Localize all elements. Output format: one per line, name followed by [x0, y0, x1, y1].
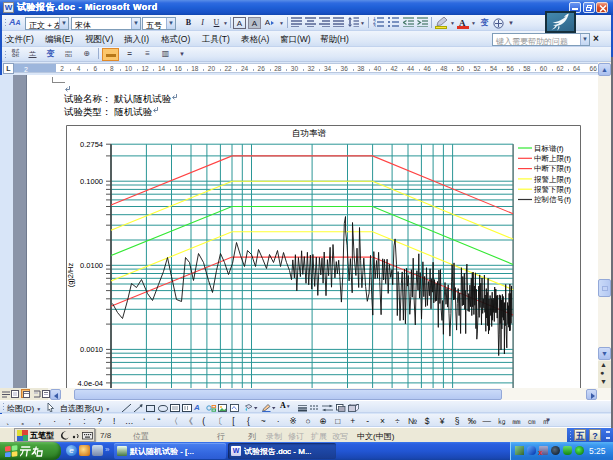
svg-text:自功率谱: 自功率谱 — [292, 128, 327, 138]
svg-text:中断上限(f): 中断上限(f) — [534, 154, 572, 163]
svg-text:(g)2/Hz: (g)2/Hz — [66, 262, 75, 287]
svg-text:中断下限(f): 中断下限(f) — [534, 164, 572, 173]
svg-text:0.1000: 0.1000 — [80, 176, 103, 185]
svg-text:控制信号(f): 控制信号(f) — [534, 195, 572, 204]
svg-text:0.0100: 0.0100 — [80, 261, 103, 270]
svg-text:报警上限(f): 报警上限(f) — [533, 174, 572, 183]
svg-text:0.2754: 0.2754 — [80, 139, 103, 148]
svg-text:0.0010: 0.0010 — [80, 345, 103, 354]
svg-text:报警下限(f): 报警下限(f) — [533, 185, 572, 194]
svg-text:4.0e-04: 4.0e-04 — [77, 378, 102, 387]
svg-text:目标谱(f): 目标谱(f) — [534, 143, 564, 152]
svg-text:3: 3 — [373, 23, 376, 27]
